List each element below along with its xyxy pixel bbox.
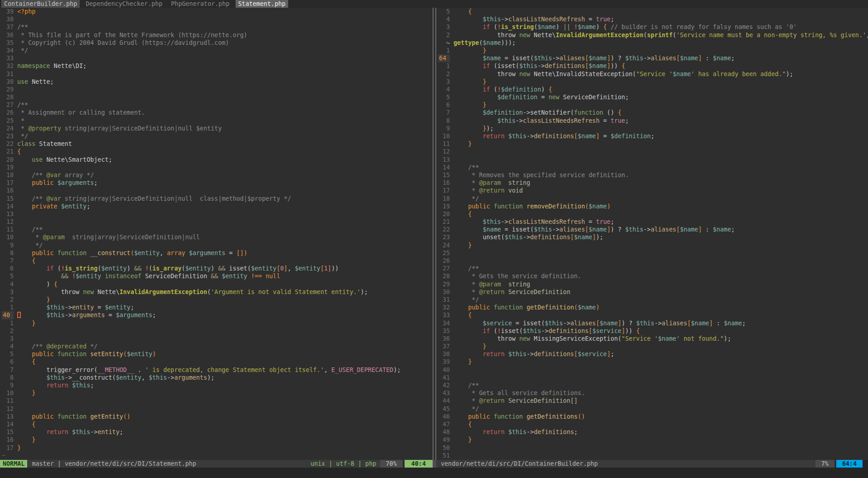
tab-statement-php[interactable]: Statement.php	[236, 0, 289, 8]
code-row[interactable]: 36 * This file is part of the Nette Fram…	[0, 31, 433, 39]
code-row[interactable]: 12	[436, 148, 868, 155]
code-row[interactable]: 5 && !$entity instanceof ServiceDefiniti…	[0, 272, 433, 280]
code-row[interactable]: 32namespace Nette\DI;	[0, 62, 433, 70]
code-row[interactable]: 64 $name = isset($this->aliases[$name]) …	[436, 54, 868, 62]
code-row[interactable]: 17 public $arguments;	[0, 179, 433, 187]
code-row[interactable]: ↪gettype($name)));	[436, 39, 868, 47]
code-row[interactable]: 11 /**	[0, 226, 433, 233]
code-row[interactable]: 10 return $this->definitions[$name] = $d…	[436, 132, 868, 140]
code-row[interactable]: 27 /**	[436, 265, 868, 272]
code-row[interactable]: 12	[0, 405, 433, 413]
code-row[interactable]: 2 }	[0, 296, 433, 304]
code-row[interactable]: 2 throw new Nette\InvalidArgumentExcepti…	[436, 31, 868, 39]
code-row[interactable]: 37 }	[436, 343, 868, 350]
editor-pane-containerbuilder[interactable]: 5 {4 $this->classListNeedsRefresh = true…	[436, 8, 868, 460]
code-row[interactable]: 9 });	[436, 125, 868, 132]
code-row[interactable]: 6 {	[0, 358, 433, 366]
code-row[interactable]: 9 return $this;	[0, 381, 433, 389]
code-row[interactable]: 49 }	[436, 436, 868, 444]
code-row[interactable]: 14 /**	[436, 164, 868, 171]
code-row[interactable]: 29 * @param string	[436, 280, 868, 288]
code-row[interactable]: 15 * Removes the specified service defin…	[436, 171, 868, 179]
code-row[interactable]: 40 $this->arguments = $arguments;	[0, 311, 433, 319]
code-row[interactable]: 31	[0, 70, 433, 78]
code-row[interactable]: 2	[0, 327, 433, 335]
code-row[interactable]: 30use Nette;	[0, 78, 433, 86]
code-row[interactable]: 9 */	[0, 241, 433, 249]
code-row[interactable]: 13 public function getEntity()	[0, 413, 433, 420]
code-row[interactable]: 16 * @param string	[436, 179, 868, 187]
code-row[interactable]: 20 use Nette\SmartObject;	[0, 156, 433, 164]
code-row[interactable]: 20 {	[436, 210, 868, 218]
code-row[interactable]: 16	[0, 187, 433, 194]
code-row[interactable]: 8 $this->classListNeedsRefresh = true;	[436, 117, 868, 125]
code-row[interactable]: 6 }	[436, 101, 868, 109]
code-row[interactable]: 46 public function getDefinitions()	[436, 413, 868, 420]
code-row[interactable]: 13	[436, 156, 868, 164]
code-row[interactable]: 1 if (isset($this->definitions[$name])) …	[436, 62, 868, 70]
code-row[interactable]: 7 {	[0, 257, 433, 265]
code-row[interactable]: 13	[0, 210, 433, 218]
code-row[interactable]: 11 }	[436, 140, 868, 148]
code-row[interactable]: 28 * Gets the service definition.	[436, 272, 868, 280]
code-row[interactable]: 25	[436, 249, 868, 257]
code-row[interactable]: 50	[436, 444, 868, 452]
code-row[interactable]: 1 }	[0, 319, 433, 327]
code-row[interactable]: 5 {	[436, 8, 868, 15]
code-row[interactable]: 34 $service = isset($this->aliases[$name…	[436, 319, 868, 327]
code-row[interactable]: 3 }	[436, 78, 868, 86]
code-row[interactable]: 1 }	[436, 47, 868, 54]
command-line[interactable]	[0, 468, 868, 478]
code-row[interactable]: 8 public function __construct($entity, a…	[0, 249, 433, 257]
code-row[interactable]: 10 * @param string|array|ServiceDefiniti…	[0, 233, 433, 241]
code-row[interactable]: 5 $definition = new ServiceDefinition;	[436, 93, 868, 101]
code-row[interactable]: 37/**	[0, 23, 433, 31]
code-row[interactable]: 19 public function removeDefinition($nam…	[436, 203, 868, 210]
code-row[interactable]: 35 if (!isset($this->definitions[$servic…	[436, 327, 868, 335]
code-row[interactable]: 33 {	[436, 311, 868, 319]
code-row[interactable]: 3 if (!is_string($name) || !$name) { // …	[436, 23, 868, 31]
code-row[interactable]: 21{	[0, 148, 433, 155]
code-row[interactable]: 39 }	[436, 358, 868, 366]
code-row[interactable]: 7 trigger_error(__METHOD__ . ' is deprec…	[0, 366, 433, 374]
code-row[interactable]: 15 return $this->entity;	[0, 428, 433, 436]
code-row[interactable]: 48 return $this->definitions;	[436, 428, 868, 436]
code-row[interactable]: 17 * @return void	[436, 187, 868, 194]
code-row[interactable]: 28	[0, 93, 433, 101]
code-row[interactable]: 39<?php	[0, 8, 433, 15]
code-row[interactable]: 31 */	[436, 296, 868, 304]
code-row[interactable]: 1 $this->entity = $entity;	[0, 304, 433, 311]
code-row[interactable]: 12	[0, 218, 433, 226]
code-row[interactable]: 41	[436, 374, 868, 381]
code-row[interactable]: 2 throw new Nette\InvalidStateException(…	[436, 70, 868, 78]
code-row[interactable]: ~	[0, 452, 433, 459]
code-row[interactable]: 24 * @property string|array|ServiceDefin…	[0, 125, 433, 132]
code-row[interactable]: 7 $definition->setNotifier(function () {	[436, 109, 868, 116]
tab-dependencychecker-php[interactable]: DependencyChecker.php	[83, 0, 165, 8]
code-row[interactable]: 5 public function setEntity($entity)	[0, 350, 433, 358]
code-row[interactable]: 18 */	[436, 195, 868, 203]
code-row[interactable]: 6 if (!is_string($entity) && !(is_array(…	[0, 265, 433, 272]
code-row[interactable]: 21 $this->classListNeedsRefresh = true;	[436, 218, 868, 226]
code-row[interactable]: 16 }	[0, 436, 433, 444]
code-row[interactable]: 44 * @return ServiceDefinition[]	[436, 397, 868, 405]
code-row[interactable]: 15 /** @var string|array|ServiceDefiniti…	[0, 195, 433, 203]
code-row[interactable]: 18 /** @var array */	[0, 171, 433, 179]
code-row[interactable]: 8 $this->__construct($entity, $this->arg…	[0, 374, 433, 381]
code-row[interactable]: 36 throw new MissingServiceException("Se…	[436, 335, 868, 343]
code-row[interactable]: 23 */	[0, 132, 433, 140]
code-row[interactable]: 32 public function getDefinition($name)	[436, 304, 868, 311]
window-split-divider[interactable]	[433, 8, 436, 460]
code-row[interactable]: 38	[0, 15, 433, 23]
code-row[interactable]: 42 /**	[436, 381, 868, 389]
code-row[interactable]: 43 * Gets all service definitions.	[436, 389, 868, 397]
code-row[interactable]: 3	[0, 335, 433, 343]
code-row[interactable]: 40	[436, 366, 868, 374]
code-row[interactable]: 25 *	[0, 117, 433, 125]
code-row[interactable]: 24 }	[436, 241, 868, 249]
code-row[interactable]: 4 $this->classListNeedsRefresh = true;	[436, 15, 868, 23]
code-row[interactable]: 4 /** @deprecated */	[0, 343, 433, 350]
code-row[interactable]: 35 * Copyright (c) 2004 David Grudl (htt…	[0, 39, 433, 47]
code-row[interactable]: 47 {	[436, 420, 868, 428]
code-row[interactable]: 34 */	[0, 47, 433, 54]
